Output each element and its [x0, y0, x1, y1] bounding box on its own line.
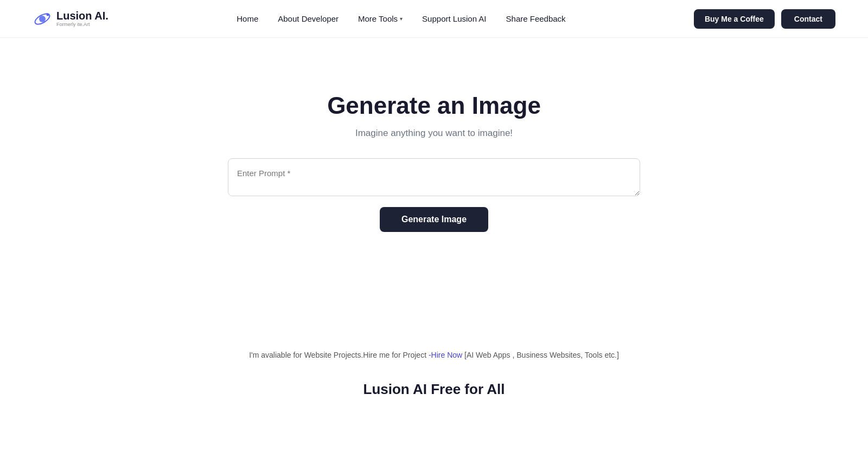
nav-link-more-tools-label: More Tools [358, 14, 398, 23]
contact-button[interactable]: Contact [781, 9, 835, 29]
page-subtitle: Imagine anything you want to imagine! [355, 128, 513, 139]
brand-subtitle: Formerly ite.Art [56, 22, 108, 27]
nav-item-support[interactable]: Support Lusion AI [422, 14, 486, 23]
brand-icon [33, 9, 52, 29]
page-title: Generate an Image [327, 92, 541, 119]
nav-menu: Home About Developer More Tools ▾ Suppor… [237, 14, 565, 23]
nav-item-about[interactable]: About Developer [278, 14, 339, 23]
brand-logo-link[interactable]: Lusion AI. Formerly ite.Art [33, 9, 108, 29]
nav-link-about[interactable]: About Developer [278, 14, 339, 23]
navbar: Lusion AI. Formerly ite.Art Home About D… [0, 0, 868, 38]
nav-item-feedback[interactable]: Share Feedback [506, 14, 566, 23]
svg-point-2 [47, 13, 49, 16]
generate-image-button[interactable]: Generate Image [380, 207, 488, 232]
hire-suffix: [AI Web Apps , Business Websites, Tools … [462, 351, 619, 359]
hire-prefix: I'm avaliable for Website Projects.Hire … [249, 351, 429, 359]
main-content: Generate an Image Imagine anything you w… [0, 38, 868, 232]
footer-bottom-title: Lusion AI Free for All [0, 381, 868, 398]
svg-point-0 [39, 16, 46, 22]
navbar-actions: Buy Me a Coffee Contact [694, 9, 835, 29]
brand-text: Lusion AI. Formerly ite.Art [56, 10, 108, 27]
nav-link-feedback[interactable]: Share Feedback [506, 14, 566, 23]
prompt-form: Generate Image [228, 158, 640, 232]
chevron-down-icon: ▾ [400, 16, 403, 22]
footer-section: I'm avaliable for Website Projects.Hire … [0, 351, 868, 398]
nav-link-more-tools[interactable]: More Tools ▾ [358, 14, 403, 23]
nav-link-support[interactable]: Support Lusion AI [422, 14, 486, 23]
buy-coffee-button[interactable]: Buy Me a Coffee [694, 9, 775, 29]
prompt-input[interactable] [228, 158, 640, 196]
nav-item-home[interactable]: Home [237, 14, 258, 23]
hire-text: I'm avaliable for Website Projects.Hire … [0, 351, 868, 359]
nav-item-more-tools[interactable]: More Tools ▾ [358, 14, 403, 23]
hire-now-link[interactable]: -Hire Now [429, 351, 462, 359]
brand-name: Lusion AI. [56, 10, 108, 21]
nav-link-home[interactable]: Home [237, 14, 258, 23]
